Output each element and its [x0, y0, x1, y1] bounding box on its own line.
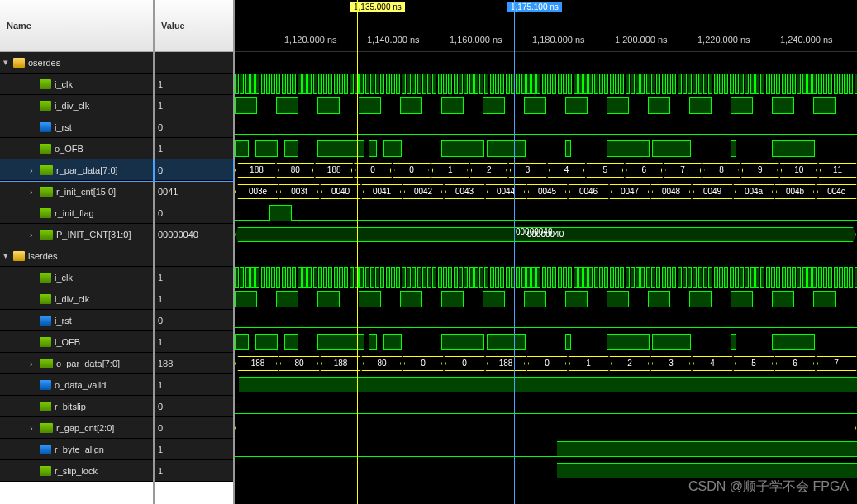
- cursor-yellow[interactable]: [357, 0, 358, 504]
- signal-icon: [40, 230, 53, 240]
- signal-icon: [40, 316, 51, 326]
- signal-name: r_bitslip: [55, 402, 86, 411]
- signal-name: r_slip_lock: [55, 466, 98, 476]
- value-cell: [155, 245, 233, 267]
- value-cell: 1: [155, 138, 233, 159]
- value-header: Value: [155, 0, 233, 52]
- signal-row[interactable]: o_OFB: [0, 138, 153, 159]
- signal-icon: [40, 337, 51, 347]
- signal-row[interactable]: ›r_init_cnt[15:0]: [0, 181, 153, 202]
- waveform-row[interactable]: 003e003f00400041004200430044004500460047…: [235, 181, 857, 202]
- signal-icon: [40, 445, 51, 454]
- signal-row[interactable]: i_div_clk: [0, 288, 153, 310]
- time-tick: 1,140.000 ns: [367, 35, 420, 45]
- waveform-row[interactable]: [235, 95, 857, 116]
- waveform-row[interactable]: [235, 202, 857, 224]
- group-row[interactable]: ▾iserdes: [0, 245, 153, 267]
- value-cell: 0: [155, 116, 233, 138]
- signal-icon: [40, 79, 51, 89]
- cursor-blue[interactable]: [514, 0, 515, 504]
- name-header: Name: [0, 0, 153, 52]
- group-icon: [13, 58, 25, 68]
- signal-name: r_init_cnt[15:0]: [56, 187, 116, 197]
- waveform-row[interactable]: [235, 331, 857, 353]
- waveform-row[interactable]: [235, 116, 857, 138]
- signal-name: r_init_flag: [55, 208, 94, 218]
- signal-row[interactable]: r_slip_lock: [0, 460, 153, 482]
- expand-icon[interactable]: ›: [30, 359, 40, 368]
- expand-icon[interactable]: ›: [30, 230, 40, 240]
- cursor-marker-blue[interactable]: 1,175.100 ns: [507, 2, 562, 12]
- waveform-row[interactable]: [235, 439, 857, 460]
- signal-row[interactable]: ›r_par_data[7:0]: [0, 159, 153, 181]
- waveform-row[interactable]: [235, 267, 857, 288]
- time-ruler[interactable]: 1,135.000 ns 1,175.100 ns 1,120.000 ns1,…: [235, 0, 857, 52]
- signal-icon: [40, 165, 53, 175]
- signal-row[interactable]: ›o_par_data[7:0]: [0, 353, 153, 374]
- cursor-marker-yellow[interactable]: 1,135.000 ns: [350, 2, 405, 12]
- signal-name: i_OFB: [55, 337, 80, 347]
- expand-icon[interactable]: ›: [30, 423, 40, 433]
- time-tick: 1,220.000 ns: [698, 35, 750, 45]
- signal-icon: [40, 122, 51, 132]
- waveform-row[interactable]: 18880188800018801234567: [235, 353, 857, 374]
- waveform-row[interactable]: [235, 396, 857, 417]
- expand-icon[interactable]: ›: [30, 187, 40, 197]
- signal-name: i_rst: [55, 122, 72, 132]
- value-cell: 0041: [155, 181, 233, 202]
- value-cell: [155, 52, 233, 74]
- signal-row[interactable]: i_div_clk: [0, 95, 153, 116]
- value-column: Value 110100041000000040110118810011: [155, 0, 235, 504]
- signal-name: i_clk: [55, 79, 73, 89]
- group-icon: [13, 251, 25, 261]
- value-cell: 1: [155, 267, 233, 288]
- waveform-row[interactable]: 18880188001234567891011: [235, 159, 857, 181]
- value-cell: 1: [155, 95, 233, 116]
- signal-icon: [40, 101, 51, 111]
- waveform-row[interactable]: [235, 417, 857, 439]
- waveform-row[interactable]: [235, 374, 857, 396]
- collapse-icon[interactable]: ▾: [3, 250, 13, 261]
- value-cell: 0: [155, 159, 233, 181]
- waveform-row: [235, 52, 857, 74]
- value-cell: 0: [155, 396, 233, 417]
- signal-row[interactable]: ›P_INIT_CNT[31:0]: [0, 224, 153, 245]
- value-cell: 1: [155, 439, 233, 460]
- name-column: Name ▾oserdesi_clki_div_clki_rsto_OFB›r_…: [0, 0, 155, 504]
- waveform-row[interactable]: [235, 138, 857, 159]
- group-row[interactable]: ▾oserdes: [0, 52, 153, 74]
- signal-icon: [40, 359, 53, 368]
- collapse-icon[interactable]: ▾: [3, 57, 13, 68]
- signal-row[interactable]: ›r_gap_cnt[2:0]: [0, 417, 153, 439]
- time-tick: 1,160.000 ns: [450, 35, 502, 45]
- signal-name: r_par_data[7:0]: [56, 165, 118, 175]
- expand-icon[interactable]: ›: [30, 165, 40, 175]
- waveform-row[interactable]: 0000004000000040: [235, 224, 857, 245]
- signal-icon: [40, 402, 51, 411]
- waveform-row: [235, 245, 857, 267]
- signal-row[interactable]: r_init_flag: [0, 202, 153, 224]
- signal-icon: [40, 294, 51, 304]
- value-cell: 0: [155, 202, 233, 224]
- signal-icon: [40, 380, 51, 390]
- signal-icon: [40, 466, 51, 476]
- waveform-area[interactable]: 1,135.000 ns 1,175.100 ns 1,120.000 ns1,…: [235, 0, 857, 504]
- signal-row[interactable]: o_data_valid: [0, 374, 153, 396]
- time-tick: 1,200.000 ns: [615, 35, 668, 45]
- signal-name: o_OFB: [55, 144, 83, 154]
- signal-icon: [40, 144, 51, 154]
- waveform-row[interactable]: [235, 288, 857, 310]
- signal-row[interactable]: i_clk: [0, 74, 153, 95]
- signal-row[interactable]: i_rst: [0, 310, 153, 331]
- signal-name: o_data_valid: [55, 380, 106, 390]
- signal-name: P_INIT_CNT[31:0]: [56, 230, 131, 240]
- signal-row[interactable]: r_byte_align: [0, 439, 153, 460]
- waveform-row[interactable]: [235, 74, 857, 95]
- time-tick: 1,240.000 ns: [780, 35, 833, 45]
- waveform-row[interactable]: [235, 310, 857, 331]
- signal-row[interactable]: i_clk: [0, 267, 153, 288]
- signal-row[interactable]: r_bitslip: [0, 396, 153, 417]
- signal-row[interactable]: i_OFB: [0, 331, 153, 353]
- time-tick: 1,180.000 ns: [532, 35, 585, 45]
- signal-row[interactable]: i_rst: [0, 116, 153, 138]
